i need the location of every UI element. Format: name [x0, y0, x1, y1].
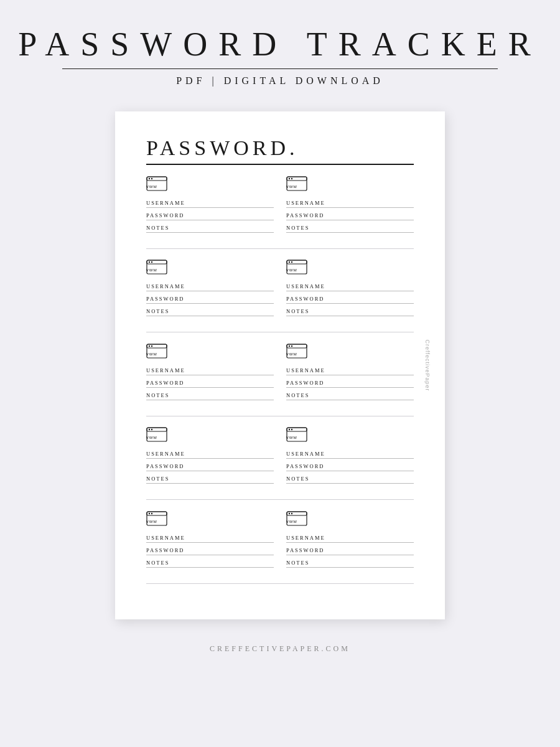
entry-separator-1 [146, 248, 414, 249]
svg-point-32 [149, 429, 150, 430]
field-row-password-10: PASSWORD [286, 547, 414, 558]
field-row-notes-7: NOTES [146, 476, 274, 487]
field-label-username: USERNAME [286, 535, 414, 543]
field-row-notes-2: NOTES [286, 225, 414, 236]
field-label-notes: NOTES [286, 308, 414, 316]
svg-point-48 [291, 512, 292, 514]
field-label-password: PASSWORD [146, 380, 274, 388]
title-divider [62, 68, 498, 69]
field-row-password-9: PASSWORD [146, 547, 274, 558]
field-label-notes: NOTES [146, 560, 274, 568]
document-wrapper: PASSWORD. WWW USERNAMEPASSWORDNOTES WWW … [115, 111, 445, 619]
www-icon: WWW [146, 176, 167, 194]
svg-point-2 [149, 177, 150, 179]
entry-block-2: WWW USERNAMEPASSWORDNOTES [286, 176, 414, 237]
field-row-notes-10: NOTES [286, 560, 414, 571]
www-icon: WWW [286, 344, 307, 361]
field-label-password: PASSWORD [146, 547, 274, 555]
entry-block-10: WWW USERNAMEPASSWORDNOTES [286, 511, 414, 572]
field-label-notes: NOTES [286, 476, 414, 484]
field-label-username: USERNAME [146, 451, 274, 459]
svg-point-28 [291, 345, 292, 346]
page-header: PASSWORD TRACKER PDF | DIGITAL DOWNLOAD [0, 0, 560, 93]
field-label-password: PASSWORD [286, 296, 414, 304]
www-icon: WWW [286, 511, 307, 529]
field-row-notes-1: NOTES [146, 225, 274, 236]
field-row-password-2: PASSWORD [286, 212, 414, 223]
svg-point-8 [291, 177, 292, 179]
svg-text:WWW: WWW [286, 184, 297, 188]
svg-point-47 [289, 512, 290, 514]
field-label-notes: NOTES [146, 308, 274, 316]
svg-text:WWW: WWW [286, 268, 297, 272]
subtitle: PDF | DIGITAL DOWNLOAD [0, 75, 560, 87]
main-title: PASSWORD TRACKER [0, 25, 560, 63]
svg-text:WWW: WWW [286, 519, 297, 523]
entry-block-1: WWW USERNAMEPASSWORDNOTES [146, 176, 274, 237]
field-label-notes: NOTES [286, 225, 414, 233]
doc-title: PASSWORD. [146, 136, 414, 160]
svg-text:WWW: WWW [146, 268, 157, 272]
entry-block-9: WWW USERNAMEPASSWORDNOTES [146, 511, 274, 572]
field-row-username-9: USERNAME [146, 535, 274, 546]
field-row-username-3: USERNAME [146, 283, 274, 294]
field-label-username: USERNAME [286, 283, 414, 291]
svg-point-17 [289, 261, 290, 263]
footer-text: CREFFECTIVEPAPER.COM [0, 644, 560, 654]
svg-point-37 [289, 429, 290, 430]
svg-text:WWW: WWW [286, 352, 297, 355]
doc-title-divider [146, 164, 414, 165]
field-row-password-1: PASSWORD [146, 212, 274, 223]
field-row-username-8: USERNAME [286, 451, 414, 462]
field-label-password: PASSWORD [146, 296, 274, 304]
page-footer: CREFFECTIVEPAPER.COM [0, 638, 560, 672]
entry-block-5: WWW USERNAMEPASSWORDNOTES [146, 344, 274, 405]
www-icon: WWW [146, 344, 167, 361]
field-label-password: PASSWORD [146, 212, 274, 220]
svg-point-22 [149, 345, 150, 346]
svg-point-7 [289, 177, 290, 179]
field-label-password: PASSWORD [146, 463, 274, 471]
field-row-username-7: USERNAME [146, 451, 274, 462]
svg-point-43 [151, 512, 152, 514]
watermark: CreffectivePaper [425, 340, 431, 392]
field-label-username: USERNAME [146, 283, 274, 291]
field-row-username-10: USERNAME [286, 535, 414, 546]
field-row-username-1: USERNAME [146, 200, 274, 211]
entry-separator-2 [146, 332, 414, 332]
field-label-notes: NOTES [286, 392, 414, 400]
entry-separator-3 [146, 416, 414, 416]
svg-point-42 [149, 512, 150, 514]
www-icon: WWW [146, 511, 167, 529]
entry-block-7: WWW USERNAMEPASSWORDNOTES [146, 427, 274, 488]
svg-point-3 [151, 177, 152, 179]
www-icon: WWW [286, 427, 307, 444]
field-label-password: PASSWORD [286, 380, 414, 388]
field-label-password: PASSWORD [286, 463, 414, 471]
svg-point-18 [291, 261, 292, 263]
field-row-notes-6: NOTES [286, 392, 414, 403]
field-label-username: USERNAME [286, 367, 414, 375]
field-label-notes: NOTES [146, 476, 274, 484]
svg-point-33 [151, 429, 152, 430]
entry-separator-4 [146, 499, 414, 500]
field-row-notes-9: NOTES [146, 560, 274, 571]
field-label-username: USERNAME [286, 451, 414, 459]
svg-point-13 [151, 261, 152, 263]
field-label-notes: NOTES [286, 560, 414, 568]
entry-block-8: WWW USERNAMEPASSWORDNOTES [286, 427, 414, 488]
www-icon: WWW [286, 176, 307, 194]
svg-text:WWW: WWW [146, 519, 157, 523]
entry-separator-5 [146, 583, 414, 584]
svg-text:WWW: WWW [286, 436, 297, 439]
entry-block-6: WWW USERNAMEPASSWORDNOTES [286, 344, 414, 405]
svg-point-12 [149, 261, 150, 263]
entries-grid: WWW USERNAMEPASSWORDNOTES WWW USERNAMEPA… [146, 176, 414, 595]
field-label-username: USERNAME [286, 200, 414, 208]
field-label-notes: NOTES [146, 225, 274, 233]
field-row-password-5: PASSWORD [146, 380, 274, 391]
field-row-notes-4: NOTES [286, 308, 414, 319]
field-row-username-4: USERNAME [286, 283, 414, 294]
svg-point-38 [291, 429, 292, 430]
field-row-notes-3: NOTES [146, 308, 274, 319]
